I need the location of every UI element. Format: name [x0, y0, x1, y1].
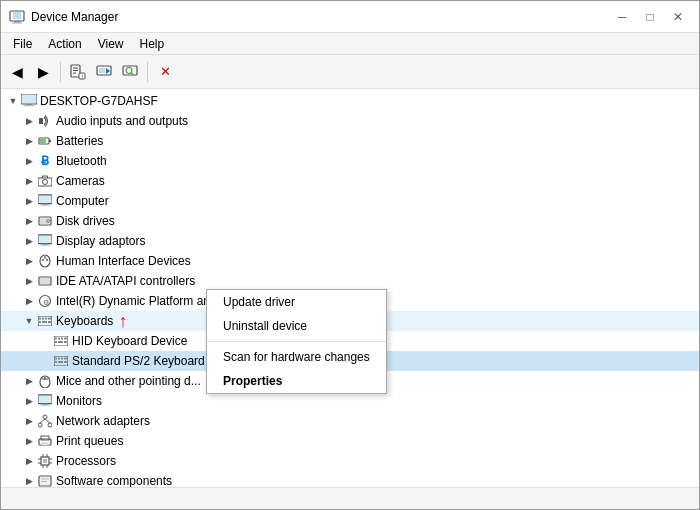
svg-rect-23: [40, 139, 46, 143]
tree-processors[interactable]: ▶ Processors: [1, 451, 699, 471]
svg-rect-76: [41, 405, 50, 406]
expand-displayadaptors[interactable]: ▶: [21, 233, 37, 249]
display-icon: [37, 233, 53, 249]
svg-rect-67: [55, 361, 57, 363]
svg-rect-52: [42, 321, 47, 323]
svg-rect-22: [49, 140, 51, 142]
back-button[interactable]: ◀: [5, 60, 29, 84]
expand-monitors[interactable]: ▶: [21, 393, 37, 409]
hidkeyboard-icon: [53, 333, 69, 349]
tree-root[interactable]: ▼ DESKTOP-G7DAHSF: [1, 91, 699, 111]
tree-printqueues[interactable]: ▶ Print queues: [1, 431, 699, 451]
svg-rect-20: [39, 118, 43, 124]
diskdrive-icon: [37, 213, 53, 229]
context-scan-hardware[interactable]: Scan for hardware changes: [207, 345, 386, 369]
monitor-icon: [37, 393, 53, 409]
svg-rect-61: [64, 341, 67, 343]
status-bar: [1, 487, 699, 509]
expand-processors[interactable]: ▶: [21, 453, 37, 469]
tree-bluetooth[interactable]: ▶ Ƀ Bluetooth: [1, 151, 699, 171]
cameras-label: Cameras: [56, 174, 105, 188]
tree-monitors[interactable]: ▶ Monitors: [1, 391, 699, 411]
expand-diskdrives[interactable]: ▶: [21, 213, 37, 229]
expand-keyboards[interactable]: ▼: [21, 313, 37, 329]
hidkeyboard-label: HID Keyboard Device: [72, 334, 187, 348]
tree-audio[interactable]: ▶ Audio inputs and outputs: [1, 111, 699, 131]
svg-line-80: [40, 419, 45, 423]
expand-audio[interactable]: ▶: [21, 113, 37, 129]
context-separator: [207, 341, 386, 342]
expand-cameras[interactable]: ▶: [21, 173, 37, 189]
tree-networkadapters[interactable]: ▶ Network adapters: [1, 411, 699, 431]
svg-rect-68: [58, 361, 63, 363]
svg-rect-17: [22, 95, 36, 103]
diskdrives-label: Disk drives: [56, 214, 115, 228]
expand-networkadapters[interactable]: ▶: [21, 413, 37, 429]
expand-batteries[interactable]: ▶: [21, 133, 37, 149]
device-manager-window: Device Manager ─ □ ✕ File Action View He…: [0, 0, 700, 510]
svg-rect-58: [64, 338, 67, 340]
computer-label: Computer: [56, 194, 109, 208]
tree-softwarecomponents[interactable]: ▶ Software components: [1, 471, 699, 487]
title-bar: Device Manager ─ □ ✕: [1, 1, 699, 33]
minimize-button[interactable]: ─: [609, 6, 635, 28]
maximize-button[interactable]: □: [637, 6, 663, 28]
svg-rect-74: [39, 396, 51, 403]
displayadaptors-label: Display adaptors: [56, 234, 145, 248]
scan-button[interactable]: [118, 60, 142, 84]
tree-batteries[interactable]: ▶ Batteries: [1, 131, 699, 151]
svg-point-40: [42, 259, 44, 261]
update-driver-button[interactable]: [92, 60, 116, 84]
battery-icon: [37, 133, 53, 149]
device-tree[interactable]: ▼ DESKTOP-G7DAHSF ▶ Audio inputs: [1, 89, 699, 487]
context-uninstall-device[interactable]: Uninstall device: [207, 314, 386, 338]
root-label: DESKTOP-G7DAHSF: [40, 94, 158, 108]
camera-icon: [37, 173, 53, 189]
tree-computer[interactable]: ▶ Computer: [1, 191, 699, 211]
expand-printqueues[interactable]: ▶: [21, 433, 37, 449]
svg-rect-64: [58, 358, 60, 360]
expand-root[interactable]: ▼: [5, 93, 21, 109]
svg-text:i: i: [82, 73, 83, 79]
menu-file[interactable]: File: [5, 35, 40, 53]
processors-label: Processors: [56, 454, 116, 468]
context-update-driver[interactable]: Update driver: [207, 290, 386, 314]
keyboard-icon: [37, 313, 53, 329]
expand-intel[interactable]: ▶: [21, 293, 37, 309]
menu-help[interactable]: Help: [132, 35, 173, 53]
expand-softwarecomponents[interactable]: ▶: [21, 473, 37, 487]
svg-rect-18: [26, 104, 32, 105]
tree-ideata[interactable]: ▶ IDE ATA/ATAPI controllers: [1, 271, 699, 291]
menu-view[interactable]: View: [90, 35, 132, 53]
close-button[interactable]: ✕: [665, 6, 691, 28]
tree-diskdrives[interactable]: ▶ Disk drives: [1, 211, 699, 231]
svg-rect-50: [48, 318, 51, 320]
expand-hid[interactable]: ▶: [21, 253, 37, 269]
delete-button[interactable]: ✕: [153, 60, 177, 84]
hid-label: Human Interface Devices: [56, 254, 191, 268]
properties-button[interactable]: i: [66, 60, 90, 84]
bluetooth-icon: Ƀ: [37, 153, 53, 169]
ideata-label: IDE ATA/ATAPI controllers: [56, 274, 195, 288]
window-title: Device Manager: [31, 10, 609, 24]
expand-ideata[interactable]: ▶: [21, 273, 37, 289]
network-icon: [37, 413, 53, 429]
svg-rect-29: [41, 205, 50, 206]
toolbar: ◀ ▶ i: [1, 55, 699, 89]
svg-rect-84: [41, 442, 49, 445]
tree-cameras[interactable]: ▶ Cameras: [1, 171, 699, 191]
forward-button[interactable]: ▶: [31, 60, 55, 84]
intel-icon: ⚙: [37, 293, 53, 309]
expand-bluetooth[interactable]: ▶: [21, 153, 37, 169]
context-properties[interactable]: Properties: [207, 369, 386, 393]
menu-action[interactable]: Action: [40, 35, 89, 53]
ideata-icon: [37, 273, 53, 289]
tree-displayadaptors[interactable]: ▶ Display adaptors: [1, 231, 699, 251]
svg-point-79: [48, 423, 52, 427]
expand-mice[interactable]: ▶: [21, 373, 37, 389]
expand-computer[interactable]: ▶: [21, 193, 37, 209]
svg-rect-19: [24, 105, 34, 106]
audio-icon: [37, 113, 53, 129]
tree-hid[interactable]: ▶ Human Interface Devices: [1, 251, 699, 271]
svg-point-33: [48, 221, 49, 222]
